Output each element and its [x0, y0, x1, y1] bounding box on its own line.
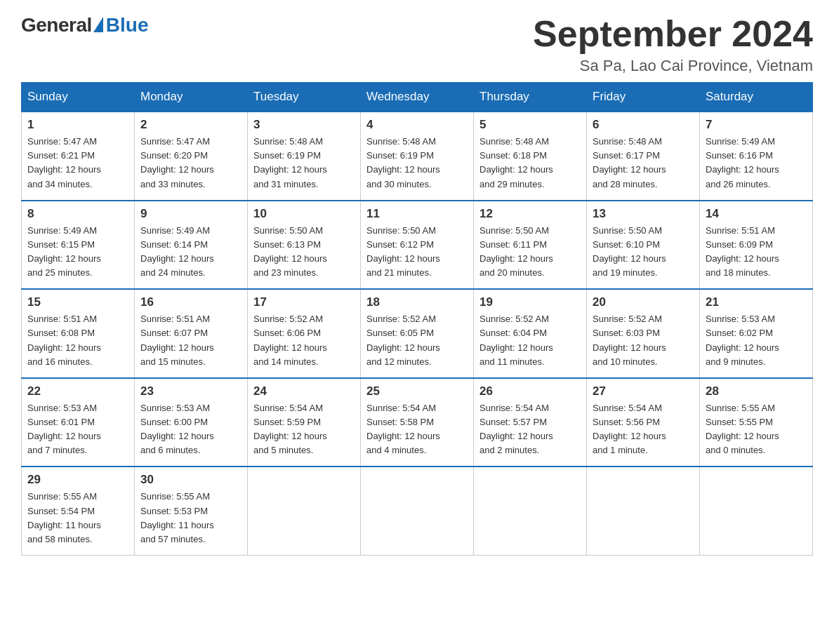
day-number: 25 [366, 384, 468, 398]
calendar-week-row: 8Sunrise: 5:49 AMSunset: 6:15 PMDaylight… [22, 201, 813, 290]
day-info: Sunrise: 5:52 AMSunset: 6:05 PMDaylight:… [366, 312, 468, 369]
logo: General Blue [21, 14, 148, 36]
table-row: 1Sunrise: 5:47 AMSunset: 6:21 PMDaylight… [22, 112, 135, 201]
day-info: Sunrise: 5:54 AMSunset: 5:59 PMDaylight:… [253, 401, 355, 458]
day-info: Sunrise: 5:53 AMSunset: 6:02 PMDaylight:… [706, 312, 807, 369]
day-number: 17 [253, 295, 355, 309]
day-info: Sunrise: 5:51 AMSunset: 6:08 PMDaylight:… [27, 312, 128, 369]
col-sunday: Sunday [22, 83, 135, 112]
logo-general-text: General [21, 14, 92, 36]
day-number: 27 [593, 384, 694, 398]
day-number: 13 [593, 207, 694, 221]
day-number: 24 [253, 384, 355, 398]
day-number: 8 [27, 207, 128, 221]
table-row: 8Sunrise: 5:49 AMSunset: 6:15 PMDaylight… [22, 201, 135, 290]
table-row: 21Sunrise: 5:53 AMSunset: 6:02 PMDayligh… [700, 289, 813, 378]
day-info: Sunrise: 5:49 AMSunset: 6:15 PMDaylight:… [27, 224, 128, 281]
day-number: 5 [479, 118, 581, 132]
table-row [474, 467, 587, 555]
day-info: Sunrise: 5:54 AMSunset: 5:58 PMDaylight:… [366, 401, 468, 458]
day-number: 3 [253, 118, 355, 132]
logo-triangle-icon [93, 17, 103, 32]
table-row: 7Sunrise: 5:49 AMSunset: 6:16 PMDaylight… [700, 112, 813, 201]
table-row: 6Sunrise: 5:48 AMSunset: 6:17 PMDaylight… [587, 112, 700, 201]
table-row [700, 467, 813, 555]
table-row: 5Sunrise: 5:48 AMSunset: 6:18 PMDaylight… [474, 112, 587, 201]
table-row: 10Sunrise: 5:50 AMSunset: 6:13 PMDayligh… [248, 201, 361, 290]
title-block: September 2024 Sa Pa, Lao Cai Province, … [533, 14, 813, 75]
table-row: 29Sunrise: 5:55 AMSunset: 5:54 PMDayligh… [22, 467, 135, 555]
day-number: 11 [366, 207, 468, 221]
day-number: 22 [27, 384, 128, 398]
calendar-table: Sunday Monday Tuesday Wednesday Thursday… [21, 82, 813, 556]
table-row: 28Sunrise: 5:55 AMSunset: 5:55 PMDayligh… [700, 378, 813, 467]
day-info: Sunrise: 5:47 AMSunset: 6:21 PMDaylight:… [27, 135, 128, 192]
day-info: Sunrise: 5:48 AMSunset: 6:17 PMDaylight:… [593, 135, 694, 192]
day-info: Sunrise: 5:51 AMSunset: 6:07 PMDaylight:… [140, 312, 241, 369]
day-info: Sunrise: 5:48 AMSunset: 6:19 PMDaylight:… [366, 135, 468, 192]
table-row: 22Sunrise: 5:53 AMSunset: 6:01 PMDayligh… [22, 378, 135, 467]
table-row: 14Sunrise: 5:51 AMSunset: 6:09 PMDayligh… [700, 201, 813, 290]
day-number: 10 [253, 207, 355, 221]
table-row: 20Sunrise: 5:52 AMSunset: 6:03 PMDayligh… [587, 289, 700, 378]
day-number: 14 [706, 207, 807, 221]
day-number: 7 [706, 118, 807, 132]
day-number: 20 [593, 295, 694, 309]
table-row: 9Sunrise: 5:49 AMSunset: 6:14 PMDaylight… [135, 201, 248, 290]
table-row [361, 467, 474, 555]
table-row: 13Sunrise: 5:50 AMSunset: 6:10 PMDayligh… [587, 201, 700, 290]
day-number: 18 [366, 295, 468, 309]
day-info: Sunrise: 5:52 AMSunset: 6:06 PMDaylight:… [253, 312, 355, 369]
day-number: 30 [140, 473, 241, 487]
day-info: Sunrise: 5:54 AMSunset: 5:56 PMDaylight:… [593, 401, 694, 458]
day-info: Sunrise: 5:55 AMSunset: 5:53 PMDaylight:… [140, 490, 241, 546]
month-year-title: September 2024 [533, 14, 813, 54]
day-number: 29 [27, 473, 128, 487]
page-header: General Blue September 2024 Sa Pa, Lao C… [21, 14, 813, 75]
day-number: 4 [366, 118, 468, 132]
day-info: Sunrise: 5:53 AMSunset: 6:01 PMDaylight:… [27, 401, 128, 458]
table-row: 27Sunrise: 5:54 AMSunset: 5:56 PMDayligh… [587, 378, 700, 467]
table-row: 11Sunrise: 5:50 AMSunset: 6:12 PMDayligh… [361, 201, 474, 290]
day-number: 15 [27, 295, 128, 309]
day-info: Sunrise: 5:52 AMSunset: 6:03 PMDaylight:… [593, 312, 694, 369]
table-row: 19Sunrise: 5:52 AMSunset: 6:04 PMDayligh… [474, 289, 587, 378]
table-row: 3Sunrise: 5:48 AMSunset: 6:19 PMDaylight… [248, 112, 361, 201]
day-info: Sunrise: 5:51 AMSunset: 6:09 PMDaylight:… [706, 224, 807, 281]
day-number: 1 [27, 118, 128, 132]
day-info: Sunrise: 5:53 AMSunset: 6:00 PMDaylight:… [140, 401, 241, 458]
table-row: 23Sunrise: 5:53 AMSunset: 6:00 PMDayligh… [135, 378, 248, 467]
day-number: 9 [140, 207, 241, 221]
day-info: Sunrise: 5:47 AMSunset: 6:20 PMDaylight:… [140, 135, 241, 192]
table-row: 24Sunrise: 5:54 AMSunset: 5:59 PMDayligh… [248, 378, 361, 467]
day-number: 26 [479, 384, 581, 398]
day-info: Sunrise: 5:50 AMSunset: 6:10 PMDaylight:… [593, 224, 694, 281]
col-wednesday: Wednesday [361, 83, 474, 112]
calendar-week-row: 22Sunrise: 5:53 AMSunset: 6:01 PMDayligh… [22, 378, 813, 467]
day-info: Sunrise: 5:49 AMSunset: 6:14 PMDaylight:… [140, 224, 241, 281]
location-subtitle: Sa Pa, Lao Cai Province, Vietnam [533, 57, 813, 75]
table-row: 17Sunrise: 5:52 AMSunset: 6:06 PMDayligh… [248, 289, 361, 378]
day-info: Sunrise: 5:49 AMSunset: 6:16 PMDaylight:… [706, 135, 807, 192]
table-row: 18Sunrise: 5:52 AMSunset: 6:05 PMDayligh… [361, 289, 474, 378]
day-number: 2 [140, 118, 241, 132]
day-info: Sunrise: 5:55 AMSunset: 5:54 PMDaylight:… [27, 490, 128, 546]
col-monday: Monday [135, 83, 248, 112]
col-saturday: Saturday [700, 83, 813, 112]
calendar-week-row: 29Sunrise: 5:55 AMSunset: 5:54 PMDayligh… [22, 467, 813, 555]
table-row: 30Sunrise: 5:55 AMSunset: 5:53 PMDayligh… [135, 467, 248, 555]
day-number: 12 [479, 207, 581, 221]
day-number: 28 [706, 384, 807, 398]
day-info: Sunrise: 5:52 AMSunset: 6:04 PMDaylight:… [479, 312, 581, 369]
table-row: 26Sunrise: 5:54 AMSunset: 5:57 PMDayligh… [474, 378, 587, 467]
table-row: 12Sunrise: 5:50 AMSunset: 6:11 PMDayligh… [474, 201, 587, 290]
col-friday: Friday [587, 83, 700, 112]
table-row: 2Sunrise: 5:47 AMSunset: 6:20 PMDaylight… [135, 112, 248, 201]
day-info: Sunrise: 5:50 AMSunset: 6:13 PMDaylight:… [253, 224, 355, 281]
logo-blue-text: Blue [106, 14, 149, 36]
table-row: 4Sunrise: 5:48 AMSunset: 6:19 PMDaylight… [361, 112, 474, 201]
day-number: 21 [706, 295, 807, 309]
day-info: Sunrise: 5:48 AMSunset: 6:19 PMDaylight:… [253, 135, 355, 192]
day-info: Sunrise: 5:55 AMSunset: 5:55 PMDaylight:… [706, 401, 807, 458]
col-thursday: Thursday [474, 83, 587, 112]
